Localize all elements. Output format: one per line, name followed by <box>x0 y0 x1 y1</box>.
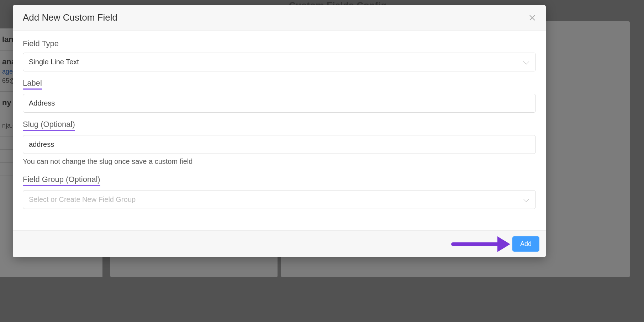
close-icon[interactable] <box>529 14 536 21</box>
field-type-group: Field Type Single Line Text <box>23 39 536 71</box>
modal-title: Add New Custom Field <box>23 12 117 23</box>
slug-field-label: Slug (Optional) <box>23 120 75 131</box>
field-group-select[interactable]: Select or Create New Field Group <box>23 190 536 209</box>
modal-header: Add New Custom Field <box>13 5 546 31</box>
field-type-label: Field Type <box>23 39 59 48</box>
arrow-head-icon <box>497 236 510 252</box>
field-group-placeholder: Select or Create New Field Group <box>29 195 136 204</box>
arrow-shaft <box>451 242 497 246</box>
label-input-wrapper <box>23 94 536 113</box>
slug-hint: You can not change the slug once save a … <box>23 157 536 166</box>
modal-body: Field Type Single Line Text Label Slug (… <box>13 31 546 230</box>
add-custom-field-modal: Add New Custom Field Field Type Single L… <box>13 5 546 257</box>
slug-input-wrapper <box>23 135 536 154</box>
chevron-down-icon <box>523 196 529 202</box>
field-type-select[interactable]: Single Line Text <box>23 53 536 71</box>
slug-group: Slug (Optional) You can not change the s… <box>23 120 536 166</box>
label-field-label: Label <box>23 79 42 90</box>
label-group: Label <box>23 79 536 113</box>
modal-footer: Add <box>13 230 546 257</box>
field-type-value: Single Line Text <box>29 58 79 66</box>
add-button[interactable]: Add <box>512 236 539 252</box>
field-group-label: Field Group (Optional) <box>23 175 100 186</box>
slug-input[interactable] <box>29 140 530 149</box>
label-input[interactable] <box>29 99 530 107</box>
arrow-annotation <box>451 236 510 252</box>
field-group-group: Field Group (Optional) Select or Create … <box>23 175 536 209</box>
chevron-down-icon <box>523 58 529 64</box>
